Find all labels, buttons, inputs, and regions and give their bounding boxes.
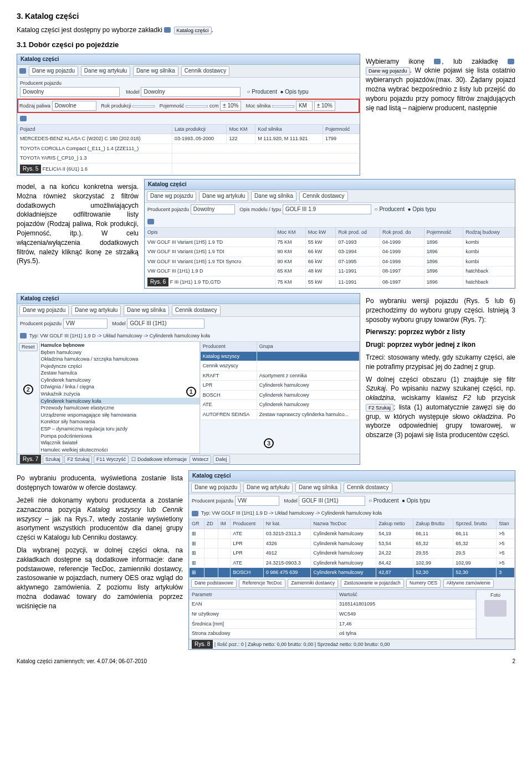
table-row[interactable]: VW GOLF III (1H1) 1.9 D65 KM48 kW11-1991… <box>145 266 515 276</box>
col-mockm[interactable]: Moc KM <box>275 227 305 237</box>
chk-dodatkowe[interactable]: Dodatkowe informacje <box>137 457 187 462</box>
table-row[interactable]: Cennik wszyscy <box>200 361 359 371</box>
table-row[interactable]: MERCEDES-BENZ KLASA C (W202) C 180 (202.… <box>18 134 360 144</box>
col-producent[interactable]: Producent <box>231 519 263 529</box>
col-opis[interactable]: Opis <box>145 227 275 237</box>
list-item[interactable]: Pojedyncze części <box>40 363 200 370</box>
tab-zamowienie[interactable]: Aktywne zamówienie <box>443 579 494 588</box>
table-row[interactable]: TOYOTA YARIS (_CP10_) 1.3 <box>18 153 360 163</box>
radio-producent[interactable]: Producent <box>252 89 277 95</box>
col-wartosc[interactable]: Wartość <box>337 589 476 599</box>
field-model[interactable]: Dowolny <box>141 87 241 97</box>
table-row[interactable]: ⊞ATE03.3215-2311.3Cylinderek hamulcowy54… <box>190 529 515 539</box>
field-poj[interactable] <box>186 105 208 107</box>
tab-dane-silnika[interactable]: Dane wg silnika <box>251 191 296 201</box>
tab-zamienniki[interactable]: Zamienniki dostawcy <box>288 579 338 588</box>
table-row[interactable]: AUTOFREN SEINSAZestaw naprawczy cylinder… <box>200 410 359 420</box>
list-item[interactable]: Włącznik świateł <box>40 439 200 447</box>
table-row[interactable]: Rys. 6 F III (1H1) 1.9 TD,GTD75 KM55 kW1… <box>145 276 515 288</box>
list-item[interactable]: ESP – dynamiczna regulacja toru jazdy <box>40 425 200 433</box>
col-rodzaj[interactable]: Rodzaj budowy <box>463 227 515 237</box>
field-producent[interactable]: VW <box>235 496 279 506</box>
tab-dane-silnika[interactable]: Dane wg silnika <box>133 66 178 76</box>
field-opis[interactable]: GOLF III 1.9 <box>283 204 371 214</box>
col-lata[interactable]: Lata produkcji <box>172 124 227 134</box>
list-item[interactable]: Korektor siły hamowania <box>40 418 200 425</box>
unit-km[interactable]: KM <box>296 101 313 111</box>
dalej-button[interactable]: Dalej <box>213 455 230 464</box>
col-rokdo[interactable]: Rok prod. do <box>380 227 424 237</box>
tab-oes[interactable]: Numery OES <box>406 579 441 588</box>
tab-dane-pojazdu[interactable]: Dane wg pojazdu <box>191 483 241 493</box>
tab-cennik[interactable]: Cennik dostawcy <box>344 483 392 493</box>
col-kod[interactable]: Kod silnika <box>255 124 323 134</box>
table-row[interactable]: ⊞LPR4912Cylinderek hamulcowy24,2229,5529… <box>190 548 515 558</box>
field-rok[interactable] <box>132 105 155 107</box>
catalog-tab-button[interactable]: Katalog części <box>174 27 212 35</box>
f2-szukaj-button[interactable]: F2 Szukaj <box>366 404 393 412</box>
table-row[interactable]: BOSCHCylinderek hamulcowy <box>200 390 359 400</box>
tree-head[interactable]: Hamulce bębnowe <box>40 342 200 349</box>
list-item[interactable]: Przewody hamulcowe elastyczne <box>40 404 200 412</box>
table-row[interactable]: ATECylinderek hamulcowy <box>200 400 359 410</box>
col-poj[interactable]: Pojemność <box>323 124 360 134</box>
tab-dane-artykulu[interactable]: Dane wg artykułu <box>81 66 130 76</box>
table-row[interactable]: TOYOTA COROLLA Compact (_E11_) 1.4 (ZZE1… <box>18 143 360 153</box>
col-gr[interactable]: GR <box>190 519 204 529</box>
radio-producent[interactable]: Producent <box>379 206 405 212</box>
list-item[interactable]: Bęben hamulcowy <box>40 349 200 356</box>
col-zb[interactable]: Zakup Brutto <box>413 519 453 529</box>
col-stan[interactable]: Stan <box>497 519 515 529</box>
field-producent[interactable]: VW <box>63 319 108 329</box>
table-row[interactable]: Katalog wszyscy <box>200 351 359 361</box>
radio-opis-typu[interactable]: Opis typu <box>285 89 308 95</box>
tab-dane-pojazdu[interactable]: Dane wg pojazdu <box>29 66 78 76</box>
tol-moc[interactable]: ± 10% <box>314 101 335 111</box>
tab-dane-podst[interactable]: Dane podstawowe <box>191 579 237 588</box>
tab-dane-silnika[interactable]: Dane wg silnika <box>295 483 341 493</box>
col-producent[interactable]: Producent <box>200 341 257 351</box>
table-row[interactable]: ⊞BOSCH0 986 475 639Cylinderek hamulcowy4… <box>190 568 515 578</box>
radio-opis-typu[interactable]: Opis typu <box>407 498 430 504</box>
tab-dane-pojazdu[interactable]: Dane wg pojazdu <box>147 191 196 201</box>
radio-opis-typu[interactable]: Opis typu <box>412 206 436 212</box>
szukaj-button[interactable]: Szukaj <box>43 455 63 464</box>
col-rokod[interactable]: Rok prod. od <box>336 227 380 237</box>
table-row[interactable]: LPRCylinderek hamulcowy <box>200 381 359 391</box>
tab-zastosowanie[interactable]: Zastosowanie w pojazdach <box>341 579 404 588</box>
col-sb[interactable]: Sprzed. brutto <box>453 519 497 529</box>
radio-producent[interactable]: Producent <box>374 498 399 504</box>
reset-button[interactable]: Reset <box>19 343 38 351</box>
field-producent[interactable]: Dowolny <box>20 87 120 97</box>
table-row[interactable]: Rys. 5 FELICIA II (6U1) 1.6 <box>18 163 360 175</box>
car-icon[interactable] <box>20 116 27 121</box>
tab-dane-silnika[interactable]: Dane wg silnika <box>124 305 169 315</box>
car-icon[interactable] <box>147 219 154 224</box>
f11-wyczysc-button[interactable]: F11 Wyczyść <box>94 455 129 464</box>
list-item[interactable]: Hamulec wielkiej skuteczności <box>40 447 200 454</box>
dane-wg-pojazdu-button[interactable]: Dane wg pojazdu <box>366 67 410 75</box>
list-item[interactable]: Wskaźnik zużycia <box>40 391 200 398</box>
col-nrkat[interactable]: Nr kat. <box>263 519 311 529</box>
list-item[interactable]: Zestaw hamulca <box>40 370 200 377</box>
list-item[interactable]: Cylinderek hamulcowy <box>40 377 200 384</box>
list-item[interactable]: Dźwignia / linka / cięgna <box>40 383 200 391</box>
list-item[interactable]: Pompa podciśnieniowa <box>40 433 200 440</box>
col-grupa[interactable]: Grupa <box>257 341 359 351</box>
wstecz-button[interactable]: Wstecz <box>190 455 212 464</box>
tab-dane-artykulu[interactable]: Dane wg artykułu <box>71 305 121 315</box>
field-paliwo[interactable]: Dowolne <box>52 101 96 111</box>
table-row[interactable]: ⊞ATE24.3215-0903.3Cylinderek hamulcowy84… <box>190 558 515 568</box>
tab-dane-artykulu[interactable]: Dane wg artykułu <box>243 483 293 493</box>
table-row[interactable]: VW GOLF III Variant (1H5) 1.9 TDI90 KM66… <box>145 247 515 257</box>
field-model[interactable]: GOLF III (1H1) <box>127 319 204 329</box>
col-im[interactable]: IM <box>218 519 231 529</box>
table-row[interactable]: ⊞LPR4326Cylinderek hamulcowy53,5465,3265… <box>190 539 515 548</box>
tab-cennik[interactable]: Cennik dostawcy <box>172 305 221 315</box>
col-nazwa[interactable]: Nazwa TecDoc <box>311 519 376 529</box>
col-param[interactable]: Parametr <box>190 589 337 599</box>
tab-ref-tecdoc[interactable]: Referencje TecDoc <box>239 579 285 588</box>
col-zd[interactable]: ZD <box>204 519 218 529</box>
col-moc[interactable]: Moc KM <box>227 124 255 134</box>
list-item[interactable]: Okładzina hamulcowa / szczęka hamulcowa <box>40 356 200 363</box>
